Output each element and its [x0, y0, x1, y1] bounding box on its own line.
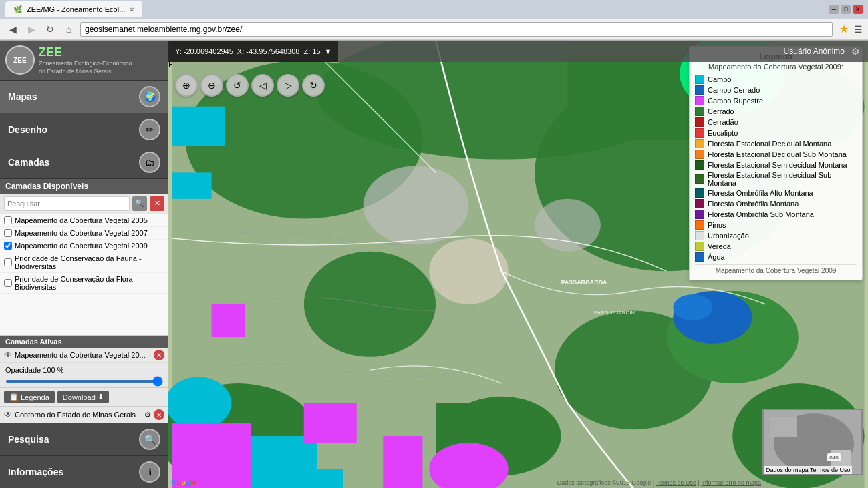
mapas-icon: 🌍 — [139, 86, 160, 107]
list-item: Mapeamento da Cobertura Vegetal 2005 — [0, 214, 168, 227]
download-icon: ⬇ — [98, 393, 104, 401]
tool-zoom-out[interactable]: ⊖ — [200, 74, 223, 97]
layer-visibility-icon[interactable]: 👁 — [4, 350, 12, 360]
tool-zoom-in[interactable]: ⊕ — [175, 74, 198, 97]
desenho-icon: ✏ — [139, 119, 160, 140]
minimap: 040 Dados do mapa Termos de Uso — [762, 409, 863, 475]
list-item: Mapeamento da Cobertura Vegetal 2009 — [0, 240, 168, 252]
legend-item-label: Floresta Ombrófila Montana — [708, 200, 799, 208]
sidebar-item-camadas[interactable]: Camadas 🗂 — [0, 146, 168, 179]
legend-item-fes-montana: Floresta Estacional Semidecidual Montana — [695, 160, 857, 170]
legend-item-label: Campo Cerrado — [708, 86, 760, 94]
forward-button[interactable]: ▶ — [24, 22, 39, 37]
settings-icon[interactable]: ⚙ — [851, 46, 860, 57]
bookmark-icon[interactable]: ★ — [839, 23, 849, 35]
search-input[interactable] — [4, 196, 130, 211]
legend-color-swatch — [695, 242, 704, 251]
user-label: Usuário Anônimo — [784, 47, 845, 56]
map-container[interactable]: Y: -20.069402945 X: -43.9575648308 Z: 15… — [168, 41, 868, 488]
legend-subtitle: Mapeamento da Cobertura Vegetal 2009: — [695, 63, 857, 71]
tab-favicon: 🌿 — [13, 5, 23, 14]
tool-pan[interactable]: ↺ — [226, 74, 249, 97]
download-button[interactable]: Download ⬇ — [57, 391, 109, 403]
logo-area: ZEE ZEE Zoneamento Ecológico-Econômicodo… — [0, 41, 168, 81]
window-controls: ─ □ ✕ — [829, 5, 863, 14]
coord-arrow: ▼ — [325, 47, 332, 55]
tool-refresh[interactable]: ↻ — [302, 74, 325, 97]
legend-item-label: Campo — [708, 75, 731, 83]
clear-search-button[interactable]: ✕ — [150, 196, 164, 211]
svg-text:PASSARGARDA: PASSARGARDA — [561, 279, 607, 286]
remove-layer-button[interactable]: ✕ — [154, 350, 164, 360]
legend-panel: Legenda Mapeamento da Cobertura Vegetal … — [689, 46, 863, 280]
title-bar: 🌿 ZEE/MG - Zoneamento Ecol... ✕ ─ □ ✕ — [0, 0, 868, 19]
close-button[interactable]: ✕ — [853, 5, 863, 14]
menu-icon[interactable]: ☰ — [854, 24, 863, 35]
sidebar-item-mapas[interactable]: Mapas 🌍 — [0, 81, 168, 113]
home-button[interactable]: ⌂ — [61, 22, 76, 37]
list-item: Prioridade de Conservação da Fauna - Bio… — [0, 252, 168, 273]
tool-back[interactable]: ◁ — [251, 74, 274, 97]
minimize-button[interactable]: ─ — [829, 5, 839, 14]
legend-item-fed-montana: Floresta Estacional Decidual Montana — [695, 139, 857, 148]
layer-checkbox-fauna[interactable] — [4, 258, 12, 266]
contorno-visibility-icon[interactable]: 👁 — [4, 410, 12, 419]
legend-color-swatch — [695, 139, 704, 148]
tool-forward[interactable]: ▷ — [277, 74, 299, 97]
legend-icon: 📋 — [9, 393, 19, 401]
sidebar: ZEE ZEE Zoneamento Ecológico-Econômicodo… — [0, 41, 168, 488]
legend-item-label: Floresta Estacional Semidecidual Montana — [708, 161, 847, 169]
layer-checkbox-cob2007[interactable] — [4, 229, 12, 237]
legend-item-label: Floresta Estacional Semidecidual Sub Mon… — [708, 171, 857, 187]
tab-close-button[interactable]: ✕ — [129, 6, 134, 13]
svg-rect-15 — [172, 107, 225, 146]
layer-checkbox-flora[interactable] — [4, 279, 12, 287]
legend-color-swatch — [695, 252, 704, 262]
layer-label: Mapeamento da Cobertura Vegetal 2009 — [15, 242, 148, 250]
opacity-slider[interactable] — [5, 380, 163, 383]
logo-text: ZEE Zoneamento Ecológico-Econômicodo Est… — [39, 45, 132, 76]
sidebar-item-informacoes[interactable]: Informações ℹ — [0, 456, 168, 488]
active-layer-name: Mapeamento da Cobertura Vegetal 20... — [15, 351, 151, 359]
layer-checkbox-cob2005[interactable] — [4, 216, 12, 224]
legend-button[interactable]: 📋 Legenda — [4, 391, 55, 403]
contorno-settings-icon[interactable]: ⚙ — [144, 411, 151, 419]
informacoes-icon: ℹ — [139, 461, 160, 483]
legend-item-label: Floresta Estacional Decidual Montana — [708, 140, 831, 148]
legend-items: CampoCampo CerradoCampo RupestreCerradoC… — [695, 75, 857, 262]
svg-point-19 — [168, 377, 231, 429]
navigation-bar: ◀ ▶ ↻ ⌂ ★ ☰ — [0, 19, 868, 40]
legend-item-label: Floresta Ombrófila Sub Montana — [708, 210, 814, 218]
legend-item-fes-sub: Floresta Estacional Semidecidual Sub Mon… — [695, 171, 857, 187]
sidebar-item-desenho[interactable]: Desenho ✏ — [0, 113, 168, 146]
map-header: Y: -20.069402945 X: -43.9575648308 Z: 15… — [168, 41, 868, 62]
tab-title: ZEE/MG - Zoneamento Ecol... — [27, 5, 125, 13]
active-tab[interactable]: 🌿 ZEE/MG - Zoneamento Ecol... ✕ — [5, 1, 142, 17]
sidebar-item-pesquisa[interactable]: Pesquisa 🔍 — [0, 423, 168, 456]
terms-of-use-link[interactable]: Termos de Uso — [656, 479, 697, 486]
search-button[interactable]: 🔍 — [132, 196, 147, 211]
legend-color-swatch — [695, 210, 704, 219]
back-button[interactable]: ◀ — [5, 22, 20, 37]
legend-item-campo-cerrado: Campo Cerrado — [695, 85, 857, 95]
maximize-button[interactable]: □ — [841, 5, 851, 14]
remove-contorno-button[interactable]: ✕ — [154, 409, 164, 420]
layer-list: Mapeamento da Cobertura Vegetal 2005 Map… — [0, 214, 168, 336]
reload-button[interactable]: ↻ — [43, 22, 57, 37]
map-toolbar: ⊕ ⊖ ↺ ◁ ▷ ↻ — [175, 74, 325, 97]
legend-color-swatch — [695, 150, 704, 159]
legend-item-label: Cerrado — [708, 107, 734, 115]
list-item: Prioridade de Conservação da Flora - Bio… — [0, 273, 168, 294]
app-container: ZEE ZEE Zoneamento Ecológico-Econômicodo… — [0, 41, 868, 488]
browser-chrome: 🌿 ZEE/MG - Zoneamento Ecol... ✕ ─ □ ✕ ◀ … — [0, 0, 868, 41]
map-credits: Dados cartográficos ©2015 Google | Termo… — [557, 479, 761, 486]
report-error-link[interactable]: Informar erro no mapa — [701, 479, 761, 486]
svg-rect-21 — [304, 403, 357, 443]
address-bar[interactable] — [80, 22, 833, 37]
svg-point-27 — [364, 166, 469, 244]
layer-label: Prioridade de Conservação da Fauna - Bio… — [15, 254, 164, 270]
layer-checkbox-cob2009[interactable] — [4, 242, 12, 250]
svg-rect-24 — [212, 304, 245, 337]
logo-icon: ZEE — [5, 45, 35, 75]
legend-item-label: Vereda — [708, 242, 731, 250]
